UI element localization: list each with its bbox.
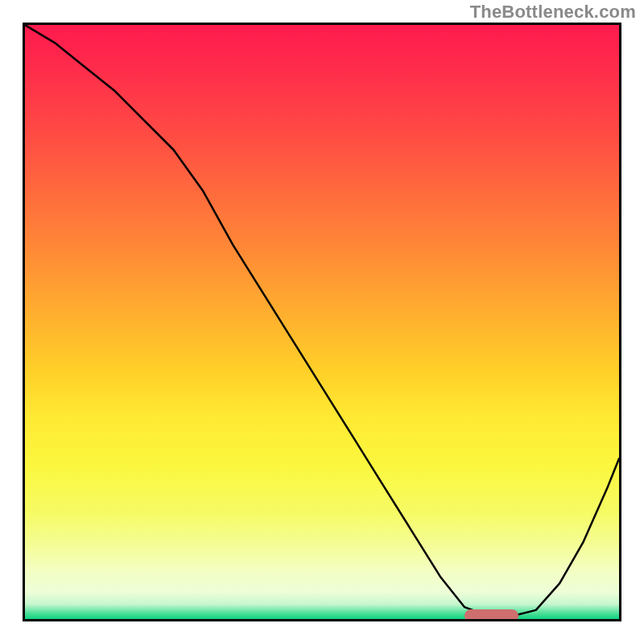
watermark-text: TheBottleneck.com bbox=[470, 2, 636, 23]
chart-line bbox=[25, 25, 619, 619]
chart-plot-area bbox=[23, 23, 621, 621]
optimal-range-marker bbox=[464, 609, 518, 621]
